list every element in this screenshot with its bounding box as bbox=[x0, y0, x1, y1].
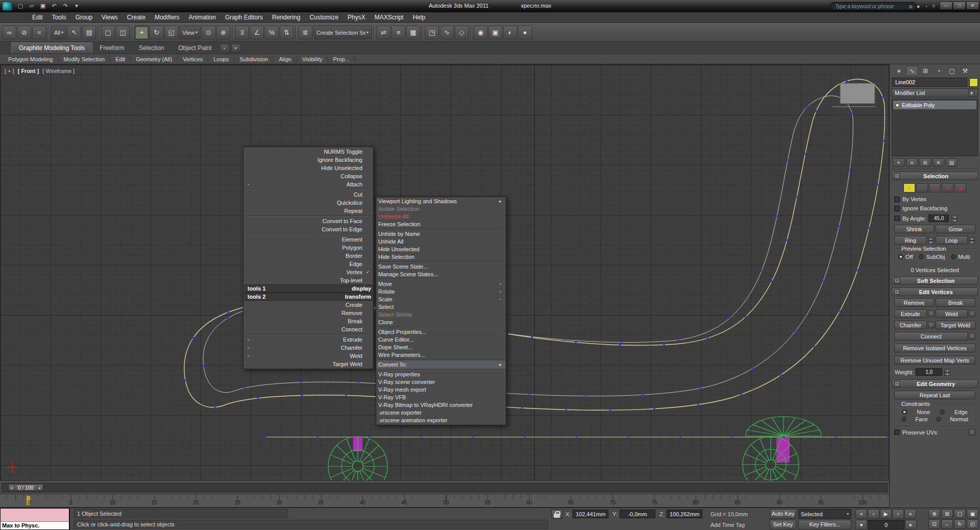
quad-item-edge[interactable]: Edge bbox=[244, 260, 373, 268]
quad-item-manage-scene-states[interactable]: Manage Scene States... bbox=[377, 271, 505, 278]
chevron-down-icon[interactable]: ▾ bbox=[968, 89, 975, 97]
ribbon-panel-geometry-all[interactable]: Geometry (All) bbox=[131, 56, 178, 63]
selection-set-dropdown[interactable]: Selected ▾ bbox=[798, 509, 851, 519]
modifier-stack[interactable]: Editable Poly bbox=[892, 99, 978, 156]
ribbon-tab-selection[interactable]: Selection bbox=[132, 43, 171, 54]
quad-item-object-properties[interactable]: Object Properties... bbox=[377, 328, 505, 336]
quad-item-freeze-selection[interactable]: Freeze Selection bbox=[377, 221, 505, 228]
menu-modifiers[interactable]: Modifiers bbox=[150, 12, 184, 23]
select-object[interactable]: ↖ bbox=[67, 26, 81, 39]
quad-item-vertex[interactable]: Vertex ✓ bbox=[244, 268, 373, 276]
zoom-extents-button[interactable]: ▢ bbox=[954, 509, 966, 519]
maxscript-mini-listener[interactable]: Max to Physc. bbox=[0, 508, 70, 530]
use-pivot-point-center[interactable]: ⊙ bbox=[202, 26, 215, 39]
vertex-mode-button[interactable]: ∴ bbox=[903, 183, 915, 192]
quad-item-dope-sheet[interactable]: Dope Sheet... bbox=[377, 344, 505, 351]
menu-physx[interactable]: PhysX bbox=[343, 12, 370, 23]
favorites-icon[interactable]: ★ bbox=[915, 2, 922, 11]
object-name-field[interactable]: Line002 bbox=[892, 78, 967, 87]
orbit-button[interactable]: ↻ bbox=[954, 519, 966, 529]
collapse-icon[interactable]: − bbox=[894, 381, 900, 387]
quad-item-cut[interactable]: Cut bbox=[244, 190, 373, 199]
go-to-end-button[interactable]: » bbox=[904, 509, 916, 519]
window-crossing-toggle[interactable]: ◫ bbox=[116, 26, 130, 39]
constraint-edge-radio[interactable] bbox=[940, 409, 945, 415]
go-to-start-button[interactable]: « bbox=[855, 509, 867, 519]
weld-settings-button[interactable]: ▫ bbox=[969, 310, 975, 317]
ring-button[interactable]: Ring bbox=[894, 236, 927, 245]
ribbon-panel-subdivision[interactable]: Subdivision bbox=[234, 56, 274, 63]
remove-modifier-button[interactable]: ✕ bbox=[933, 158, 944, 167]
quad-item-convert-to[interactable]: Convert To: ▸ bbox=[377, 361, 505, 369]
weld-button[interactable]: Weld bbox=[936, 309, 968, 318]
quad-item-ignore-backfacing[interactable]: Ignore Backfacing bbox=[244, 156, 373, 164]
menu-customize[interactable]: Customize bbox=[305, 12, 343, 23]
ribbon-tab-freeform[interactable]: Freeform bbox=[92, 43, 132, 54]
restore-button[interactable]: □ bbox=[953, 2, 966, 10]
ribbon-panel-edit[interactable]: Edit bbox=[110, 56, 131, 63]
selection-lock-toggle[interactable] bbox=[551, 510, 562, 519]
quad-item-collapse[interactable]: Collapse bbox=[244, 172, 373, 180]
graphite-modeling-tools-toggle[interactable]: ◳ bbox=[425, 26, 439, 39]
track-bar[interactable]: 0510152025303540455055606570758085909510… bbox=[0, 494, 889, 508]
angle-threshold-field[interactable]: 45,0 bbox=[928, 214, 949, 222]
menu-edit[interactable]: Edit bbox=[28, 12, 47, 23]
quad-item-unfreeze-all[interactable]: Unfreeze All bbox=[377, 213, 505, 221]
panel-tab-utilities[interactable]: ⚒ bbox=[959, 66, 971, 76]
panel-tab-modify[interactable]: ∿ bbox=[906, 66, 918, 76]
remove-isolated-vertices-button[interactable]: Remove Isolated Vertices bbox=[894, 344, 975, 352]
key-mode-toggle[interactable]: ● bbox=[855, 520, 867, 529]
quad-item-quickslice[interactable]: Quickslice bbox=[244, 199, 373, 207]
rollout-edit-vertices[interactable]: − Edit Vertices bbox=[892, 287, 978, 296]
quad-item-polygon[interactable]: Polygon bbox=[244, 244, 373, 252]
ribbon-panel-loops[interactable]: Loops bbox=[208, 56, 234, 63]
zoom-button[interactable]: ⊕ bbox=[928, 509, 940, 519]
pin-stack-button[interactable]: ⌖ bbox=[893, 158, 904, 167]
preview-subobj-radio[interactable] bbox=[919, 254, 924, 259]
angle-spinner[interactable]: ▴▾ bbox=[951, 215, 958, 222]
set-key-button[interactable]: Set Key bbox=[770, 520, 796, 529]
quad-item-weld[interactable]: ▫ Weld bbox=[244, 352, 373, 360]
next-frame-mini-button[interactable]: ▸ bbox=[905, 520, 917, 529]
remove-unused-map-verts-button[interactable]: Remove Unused Map Verts bbox=[894, 356, 975, 365]
quad-item-hide-unselected2[interactable]: Hide Unselected bbox=[377, 246, 505, 253]
quad-item-vray-vfb[interactable]: V-Ray VFB bbox=[377, 394, 505, 401]
align[interactable]: ≡ bbox=[391, 26, 405, 39]
previous-frame-arrow[interactable]: ◂ bbox=[9, 486, 14, 490]
remove-button[interactable]: Remove bbox=[894, 298, 934, 307]
quad-item-move[interactable]: Move ▫ bbox=[377, 280, 505, 288]
ribbon-panel-vertices[interactable]: Vertices bbox=[178, 56, 208, 63]
quick-access-dropdown[interactable]: ▾ bbox=[71, 2, 82, 10]
panel-tab-display[interactable]: ▢ bbox=[946, 66, 958, 76]
pan-view-button[interactable]: ↔ bbox=[941, 519, 953, 529]
rectangular-selection-region[interactable]: ▢ bbox=[101, 26, 115, 39]
time-slider-handle[interactable]: ◂ 0 / 100 ▸ bbox=[8, 484, 43, 491]
quad-item-clone[interactable]: Clone bbox=[377, 319, 505, 326]
select-and-link[interactable]: ∞ bbox=[3, 26, 16, 39]
ribbon-tab-graphite-modeling-tools[interactable]: Graphite Modeling Tools bbox=[11, 42, 92, 54]
ribbon-minimize-dropdown[interactable]: ▾ bbox=[231, 44, 240, 52]
quad-item-attach[interactable]: ▫ Attach bbox=[244, 180, 373, 188]
visibility-bulb-icon[interactable] bbox=[895, 103, 899, 107]
quad-item-select[interactable]: Select bbox=[377, 303, 505, 311]
quad-item-save-scene-state[interactable]: Save Scene State... bbox=[377, 263, 505, 271]
select-and-manipulate[interactable]: ⊕ bbox=[216, 26, 230, 39]
search-button[interactable]: ⊙ bbox=[907, 2, 914, 11]
quad-item-element[interactable]: Element bbox=[244, 235, 373, 244]
minimize-button[interactable]: — bbox=[940, 2, 952, 10]
polygon-mode-button[interactable]: ■ bbox=[942, 183, 953, 192]
viewport-pov-menu[interactable]: [ Front ] bbox=[18, 68, 39, 74]
quad-item-rotate[interactable]: Rotate ▫ bbox=[377, 288, 505, 296]
preserve-uvs-checkbox[interactable] bbox=[894, 429, 900, 435]
next-frame-button[interactable]: › bbox=[892, 509, 904, 519]
make-unique-button[interactable]: ⧉ bbox=[919, 158, 931, 167]
quad-item-isolate-selection[interactable]: Isolate Selection bbox=[377, 205, 505, 213]
element-mode-button[interactable]: ◪ bbox=[954, 183, 966, 192]
collapse-icon[interactable]: − bbox=[894, 289, 900, 295]
quad-item-curve-editor[interactable]: Curve Editor... bbox=[377, 336, 505, 344]
edge-mode-button[interactable]: ╱ bbox=[916, 183, 928, 192]
communication-center-icon[interactable]: ◔ bbox=[922, 2, 929, 11]
border-mode-button[interactable]: ▢ bbox=[929, 183, 941, 192]
render-setup[interactable]: ▣ bbox=[488, 26, 502, 39]
selection-filter-dropdown[interactable]: All▾ bbox=[51, 26, 66, 39]
